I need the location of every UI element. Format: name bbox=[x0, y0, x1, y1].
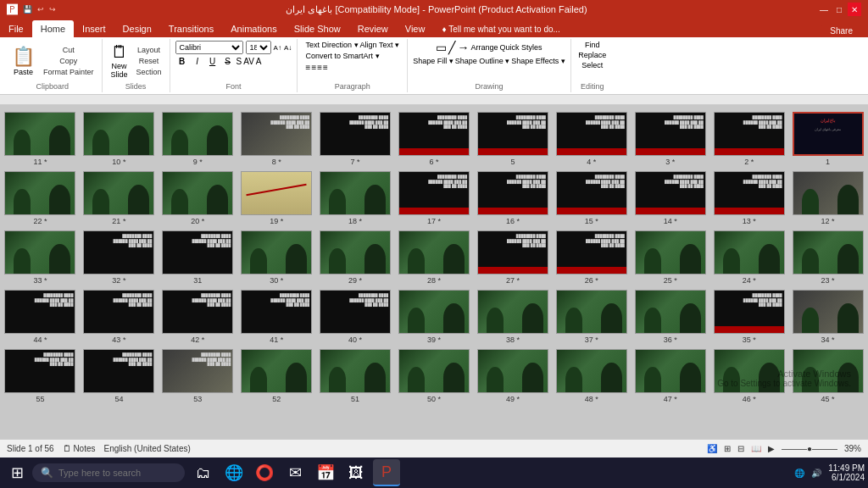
slide-thumb-44[interactable]: ████ ██████████ ███ ████ ██████████ ██ █… bbox=[3, 290, 77, 344]
slide-thumb-40[interactable]: ████ ██████████ ███ ████ ██████████ ██ █… bbox=[319, 290, 392, 344]
slide-thumb-35[interactable]: ████ ██████████ ███ ████ ██████████ ██ █… bbox=[712, 290, 786, 344]
search-input[interactable] bbox=[58, 468, 169, 478]
slide-thumb-34[interactable]: * 34 bbox=[791, 290, 865, 344]
shape-rect[interactable]: ▭ bbox=[436, 41, 447, 54]
slide-thumb-12[interactable]: * 12 bbox=[791, 171, 865, 225]
align-right-button[interactable]: ≡ bbox=[317, 63, 322, 72]
slides-area[interactable]: باغ ایرانمعرفی باغهای ایران1████ ███████… bbox=[0, 105, 868, 439]
slide-thumb-8[interactable]: ████ ██████████ ███ ████ ██████████ ██ █… bbox=[240, 112, 314, 166]
view-reading-btn[interactable]: 📖 bbox=[751, 444, 761, 453]
tab-transitions[interactable]: Transitions bbox=[160, 20, 222, 37]
slide-thumb-51[interactable]: 51 bbox=[319, 349, 392, 403]
slide-thumb-2[interactable]: ████ ██████████ ███ ████ ██████████ ██ █… bbox=[712, 112, 786, 166]
slide-thumb-32[interactable]: ████ ██████████ ███ ████ ██████████ ██ █… bbox=[82, 230, 156, 285]
strikethrough-button[interactable]: S bbox=[221, 57, 235, 66]
select-button[interactable]: Select bbox=[581, 61, 603, 69]
tab-insert[interactable]: Insert bbox=[74, 20, 114, 37]
slide-thumb-29[interactable]: * 29 bbox=[319, 230, 392, 285]
slide-thumb-9[interactable]: * 9 bbox=[161, 112, 235, 166]
edge-browser-icon[interactable]: 🌐 bbox=[220, 459, 248, 486]
view-sorter-btn[interactable]: ⊟ bbox=[737, 444, 744, 453]
find-button[interactable]: Find bbox=[585, 41, 600, 49]
slide-thumb-22[interactable]: * 22 bbox=[3, 171, 77, 225]
quick-styles-button[interactable]: Quick Styles bbox=[500, 43, 542, 52]
slide-thumb-49[interactable]: * 49 bbox=[476, 349, 549, 403]
language-indicator[interactable]: English (United States) bbox=[104, 444, 191, 453]
slide-thumb-15[interactable]: ████ ██████████ ███ ████ ██████████ ██ █… bbox=[554, 171, 628, 225]
shape-line[interactable]: ╱ bbox=[448, 41, 455, 54]
view-slideshow-btn[interactable]: ▶ bbox=[768, 444, 775, 453]
mail-icon[interactable]: ✉ bbox=[281, 459, 309, 486]
shape-arrow[interactable]: → bbox=[457, 41, 469, 54]
start-button[interactable]: ⊞ bbox=[3, 459, 31, 486]
italic-button[interactable]: I bbox=[191, 57, 204, 66]
slide-thumb-48[interactable]: * 48 bbox=[554, 349, 628, 403]
shape-effects-button[interactable]: Shape Effects ▾ bbox=[511, 57, 565, 65]
layout-button[interactable]: Layout bbox=[134, 45, 164, 55]
slide-thumb-23[interactable]: * 23 bbox=[791, 230, 865, 285]
slide-thumb-31[interactable]: ████ ██████████ ███ ████ ██████████ ██ █… bbox=[161, 230, 235, 285]
section-button[interactable]: Section bbox=[134, 67, 164, 77]
reset-button[interactable]: Reset bbox=[134, 56, 164, 66]
maximize-button[interactable]: □ bbox=[832, 3, 846, 16]
char-spacing-button[interactable]: AV bbox=[243, 57, 254, 66]
quick-access-redo[interactable]: ↪ bbox=[49, 5, 56, 14]
slide-thumb-54[interactable]: ████ ██████████ ███ ████ ██████████ ██ █… bbox=[82, 349, 156, 403]
font-color-button[interactable]: A bbox=[256, 57, 262, 66]
slide-thumb-16[interactable]: ████ ██████████ ███ ████ ██████████ ██ █… bbox=[476, 171, 549, 225]
copy-button[interactable]: Copy bbox=[41, 56, 97, 66]
slide-thumb-55[interactable]: ████ ██████████ ███ ████ ██████████ ██ █… bbox=[3, 349, 77, 403]
tab-file[interactable]: File bbox=[0, 20, 32, 37]
shadow-button[interactable]: S bbox=[236, 57, 242, 66]
slide-thumb-17[interactable]: ████ ██████████ ███ ████ ██████████ ██ █… bbox=[398, 171, 471, 225]
slide-thumb-45[interactable]: * 45 bbox=[791, 349, 865, 403]
slide-thumb-21[interactable]: * 21 bbox=[82, 171, 156, 225]
tab-view[interactable]: View bbox=[397, 20, 434, 37]
notes-button[interactable]: 🗒 Notes bbox=[63, 444, 96, 453]
font-family-select[interactable]: Calibri bbox=[175, 41, 243, 54]
slide-thumb-20[interactable]: * 20 bbox=[161, 171, 235, 225]
chrome-browser-icon[interactable]: ⭕ bbox=[251, 459, 278, 486]
slide-thumb-14[interactable]: ████ ██████████ ███ ████ ██████████ ██ █… bbox=[633, 171, 707, 225]
underline-button[interactable]: U bbox=[206, 57, 220, 66]
slide-thumb-33[interactable]: * 33 bbox=[3, 230, 77, 285]
slide-thumb-6[interactable]: ████ ██████████ ███ ████ ██████████ ██ █… bbox=[398, 112, 471, 166]
slide-thumb-50[interactable]: * 50 bbox=[398, 349, 471, 403]
slide-thumb-43[interactable]: ████ ██████████ ███ ████ ██████████ ██ █… bbox=[82, 290, 156, 344]
view-normal-btn[interactable]: ⊞ bbox=[724, 444, 731, 453]
slide-thumb-11[interactable]: * 11 bbox=[3, 112, 77, 166]
shape-outline-button[interactable]: Shape Outline ▾ bbox=[455, 57, 510, 65]
slide-thumb-19[interactable]: * 19 bbox=[240, 171, 314, 225]
quick-access-undo[interactable]: ↩ bbox=[37, 5, 44, 14]
tab-slideshow[interactable]: Slide Show bbox=[286, 20, 349, 37]
slide-thumb-53[interactable]: ████ ██████████ ███ ████ ██████████ ██ █… bbox=[161, 349, 235, 403]
replace-button[interactable]: Replace bbox=[578, 51, 606, 59]
cut-button[interactable]: Cut bbox=[41, 45, 97, 55]
tab-review[interactable]: Review bbox=[349, 20, 397, 37]
tab-animations[interactable]: Animations bbox=[222, 20, 285, 37]
slide-thumb-3[interactable]: ████ ██████████ ███ ████ ██████████ ██ █… bbox=[633, 112, 707, 166]
text-direction-button[interactable]: Text Direction ▾ bbox=[306, 41, 359, 49]
slide-thumb-36[interactable]: * 36 bbox=[633, 290, 707, 344]
file-explorer-icon[interactable]: 🗂 bbox=[190, 459, 217, 486]
slide-thumb-46[interactable]: * 46 bbox=[712, 349, 786, 403]
slide-thumb-5[interactable]: ████ ██████████ ███ ████ ██████████ ██ █… bbox=[476, 112, 549, 166]
paste-button[interactable]: 📋 Paste bbox=[8, 44, 38, 78]
close-button[interactable]: ✕ bbox=[848, 3, 861, 16]
format-painter-button[interactable]: Format Painter bbox=[41, 67, 97, 77]
calendar-icon[interactable]: 📅 bbox=[312, 459, 339, 486]
increase-font-button[interactable]: A↑ bbox=[274, 44, 281, 52]
tab-design[interactable]: Design bbox=[114, 20, 160, 37]
slide-thumb-18[interactable]: * 18 bbox=[319, 171, 392, 225]
slide-thumb-28[interactable]: * 28 bbox=[398, 230, 471, 285]
arrange-button[interactable]: Arrange bbox=[470, 43, 498, 52]
new-slide-button[interactable]: 🗒 NewSlide bbox=[108, 41, 131, 80]
slide-thumb-41[interactable]: ████ ██████████ ███ ████ ██████████ ██ █… bbox=[240, 290, 314, 344]
powerpoint-taskbar-icon[interactable]: P bbox=[373, 459, 400, 486]
align-text-button[interactable]: Align Text ▾ bbox=[360, 41, 399, 49]
justify-button[interactable]: ≡ bbox=[323, 63, 328, 72]
photo-icon[interactable]: 🖼 bbox=[342, 459, 370, 486]
slide-thumb-30[interactable]: * 30 bbox=[240, 230, 314, 285]
align-center-button[interactable]: ≡ bbox=[311, 63, 316, 72]
tab-tell-me[interactable]: ♦ Tell me what you want to do... bbox=[433, 20, 568, 37]
